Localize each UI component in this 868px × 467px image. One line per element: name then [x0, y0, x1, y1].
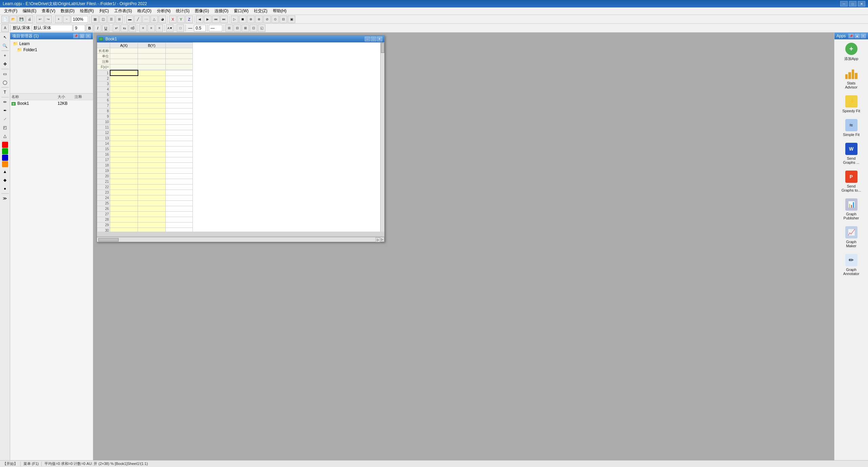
sheet-scroll-right[interactable]: ▷: [380, 237, 384, 242]
tb-r6[interactable]: ▣: [288, 16, 295, 23]
tb-subscript[interactable]: x₂: [121, 24, 128, 32]
line-width-input[interactable]: [194, 25, 206, 32]
tb-z[interactable]: Z: [185, 16, 193, 23]
vt-pointer[interactable]: ↖: [1, 33, 9, 41]
tb-zoom-in[interactable]: +: [55, 16, 62, 23]
menu-window[interactable]: 窗口(W): [231, 7, 251, 15]
tb-r2[interactable]: ⊗: [255, 16, 263, 23]
vt-move[interactable]: ✥: [1, 60, 9, 68]
tb-next[interactable]: ▶: [204, 16, 211, 23]
book-close[interactable]: ✕: [377, 37, 382, 41]
menu-help[interactable]: 帮助(H): [270, 7, 289, 15]
tb-line-chart[interactable]: ╱: [134, 16, 142, 23]
vt-color1[interactable]: [2, 142, 8, 148]
app-send-word[interactable]: W SendGraphs ...: [836, 141, 867, 166]
font-size-input[interactable]: [73, 25, 85, 32]
vt-draw2[interactable]: ✒: [1, 106, 9, 115]
tb-align-right[interactable]: ≡: [156, 24, 163, 32]
menu-data[interactable]: 数据(D): [58, 7, 77, 15]
panel-pin[interactable]: 📌: [73, 34, 79, 38]
tb-fill-color[interactable]: A▼: [166, 24, 174, 32]
tb-bar-chart[interactable]: ▬: [126, 16, 134, 23]
tb-symbol[interactable]: αβ: [129, 24, 136, 32]
book-vscroll[interactable]: [380, 42, 384, 232]
minimize-button[interactable]: ─: [840, 1, 848, 6]
vt-color4[interactable]: [2, 161, 8, 167]
tb-first[interactable]: ⏮: [212, 16, 220, 23]
tb-new[interactable]: 📄: [1, 16, 9, 23]
vt-color2[interactable]: [2, 148, 8, 154]
tb-b1[interactable]: ▦: [91, 16, 99, 23]
tb-save[interactable]: 💾: [18, 16, 25, 23]
app-graph-publisher[interactable]: 📊 GraphPublisher: [836, 196, 867, 221]
tb-bold[interactable]: B: [86, 24, 93, 32]
app-graph-maker[interactable]: 📈 GraphMaker: [836, 224, 867, 249]
menu-stats[interactable]: 统计(S): [173, 7, 192, 15]
vt-draw5[interactable]: △: [1, 132, 9, 140]
menu-connect[interactable]: 连接(O): [212, 7, 231, 15]
tb-undo[interactable]: ↩: [36, 16, 44, 23]
tb-align-center[interactable]: ≡: [147, 24, 155, 32]
book-restore[interactable]: □: [371, 37, 376, 41]
tb-merge[interactable]: ⊞: [225, 24, 233, 32]
tb-superscript[interactable]: x²: [113, 24, 120, 32]
vt-zoom[interactable]: 🔍: [1, 42, 9, 50]
tb-f4[interactable]: ⊡: [250, 24, 257, 32]
app-graph-annotator[interactable]: ✏ GraphAnnotator: [836, 252, 867, 277]
menu-edit[interactable]: 编辑(E): [20, 7, 39, 15]
vt-lasso[interactable]: ◯: [1, 78, 9, 86]
app-add[interactable]: + 添加App: [836, 41, 867, 63]
menu-worksheet[interactable]: 工作表(S): [112, 7, 135, 15]
vt-color3[interactable]: [2, 155, 8, 161]
menu-column[interactable]: 列(C): [97, 7, 112, 15]
tb-border[interactable]: □: [177, 24, 184, 32]
tb-y[interactable]: Y: [177, 16, 185, 23]
vt-fill1[interactable]: ▲: [1, 168, 9, 176]
tb-fmt1[interactable]: A: [1, 24, 9, 32]
tree-root[interactable]: 📁 Learn: [12, 41, 92, 47]
app-send-ppt[interactable]: P SendGraphs to...: [836, 169, 867, 194]
tb-print[interactable]: 🖨: [26, 16, 33, 23]
tb-last[interactable]: ⏭: [220, 16, 228, 23]
vt-fill2[interactable]: ◆: [1, 176, 9, 184]
vt-draw3[interactable]: ⟋: [1, 115, 9, 123]
book-minimize[interactable]: ─: [365, 37, 370, 41]
tb-area[interactable]: △: [150, 16, 158, 23]
panel-float[interactable]: ◱: [79, 34, 85, 38]
tb-scatter[interactable]: ⋯: [142, 16, 150, 23]
tb-run[interactable]: ▷: [231, 16, 238, 23]
app-stats-advisor[interactable]: StatsAdvisor: [836, 65, 867, 91]
tb-b2[interactable]: ◫: [99, 16, 107, 23]
tb-prev[interactable]: ◀: [196, 16, 203, 23]
vt-fill3[interactable]: ●: [1, 184, 9, 193]
tb-redo[interactable]: ↪: [44, 16, 52, 23]
vt-expand[interactable]: ≫: [1, 194, 9, 202]
menu-image[interactable]: 图像(G): [192, 7, 211, 15]
menu-format[interactable]: 格式(O): [135, 7, 154, 15]
menu-view[interactable]: 查看(V): [39, 7, 58, 15]
tb-b4[interactable]: ⊞: [116, 16, 123, 23]
vt-crosshair[interactable]: +: [1, 52, 9, 60]
book-hscroll[interactable]: ▷: [97, 237, 380, 242]
status-menu[interactable]: 菜单 (F1): [23, 461, 39, 466]
tb-underline[interactable]: U: [102, 24, 109, 32]
menu-analysis[interactable]: 分析(N): [154, 7, 174, 15]
tree-folder1[interactable]: 📁 Folder1: [12, 47, 92, 53]
apps-pin[interactable]: 📌: [848, 34, 854, 38]
h-scroll-right[interactable]: ▷: [376, 237, 380, 242]
tb-italic[interactable]: I: [94, 24, 101, 32]
vt-select[interactable]: ▭: [1, 70, 9, 78]
tb-f3[interactable]: ⊠: [242, 24, 249, 32]
menu-file[interactable]: 文件(F): [1, 7, 20, 15]
tb-stop[interactable]: ⏹: [239, 16, 246, 23]
menu-plot[interactable]: 绘图(R): [77, 7, 97, 15]
vt-draw1[interactable]: ✏: [1, 98, 9, 106]
tb-r5[interactable]: ⊟: [280, 16, 287, 23]
tb-pie[interactable]: ◕: [159, 16, 166, 23]
apps-expand[interactable]: ▲: [854, 34, 860, 38]
tb-open[interactable]: 📂: [9, 16, 17, 23]
zoom-input[interactable]: [71, 16, 88, 23]
tb-x[interactable]: X: [169, 16, 177, 23]
tb-align-left[interactable]: ≡: [139, 24, 147, 32]
tb-f5[interactable]: ◱: [258, 24, 265, 32]
